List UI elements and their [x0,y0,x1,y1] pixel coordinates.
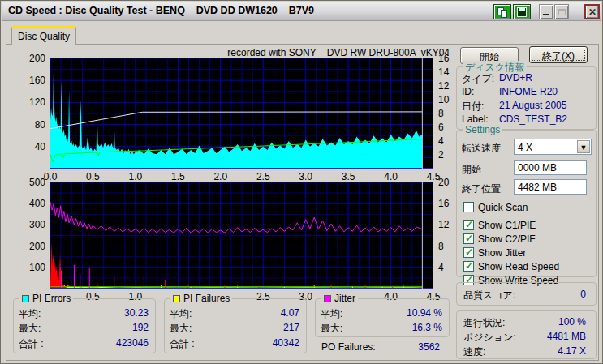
pi-errors-left-axis: 4080120160200 [18,58,47,169]
pi-errors-right-axis: 246810121416 [437,58,458,169]
progress-value: 100 % [558,316,586,328]
quality-score-box: 品質スコア: 0 [456,282,597,306]
jitter-swatch-icon [324,295,331,302]
close-icon: ✕ [588,6,597,18]
pi-failures-stats-box: PI Failures 平均:4.07 最大:217 合計 :40342 [164,298,307,353]
progress-box: 進行状況: 100 % ポジション: 4481 MB 速度: 4.17 X [456,310,597,359]
jitter-stats-box: Jitter 平均:10.94 % 最大:16.3 % [315,298,450,337]
close-button[interactable]: ✕ [584,4,600,19]
stat-row: 平均:30.23 [19,307,149,321]
copy-page-icon [501,10,507,18]
pi-errors-swatch-icon [22,295,29,302]
position-value: 4481 MB [547,331,586,342]
jitter-left-axis: 100200300400500 [18,182,47,289]
disc-id-value: INFOME R20 [499,86,558,97]
jitter-chart: 100200300400500 48121620 0.00.51.01.52.0… [18,182,460,316]
minimize-icon [543,14,549,15]
start-position-field[interactable]: 0000 MB [514,160,587,175]
copy-icon[interactable] [493,4,511,19]
stat-row: 平均:10.94 % [321,307,442,321]
app-window: CD Speed : Disc Quality Test - BENQ DVD … [0,0,603,364]
stat-row: 最大:217 [170,322,299,336]
pi-errors-plot [50,58,433,169]
speed-select[interactable]: 4 X ▼ [514,139,592,155]
disc-type-value: DVD+R [499,72,532,84]
checkbox-show-c1-pie[interactable]: Show C1/PIE [463,220,536,231]
maximize-icon [558,9,566,15]
disc-date-value: 21 August 2005 [499,100,566,111]
pi-errors-stats-box: PI Errors 平均:30.23 最大:192 合計 :423046 [13,298,156,353]
stat-row: 平均:4.07 [170,307,299,321]
stat-row: 最大:192 [19,322,149,336]
checkbox-show-jitter[interactable]: Show Jitter [463,247,526,259]
maximize-button[interactable] [554,4,569,19]
stat-row: 合計 :423046 [19,337,149,351]
title-bar[interactable]: CD Speed : Disc Quality Test - BENQ DVD … [2,2,601,21]
disc-quality-pane: recorded with SONY DVD RW DRU-800A vKY04… [6,44,599,361]
stat-row: 合計 :40342 [170,337,299,351]
pi-failures-stats-title: PI Failures [170,293,232,304]
checkbox-icon[interactable] [463,220,474,230]
floppy-icon [517,7,527,17]
tab-disc-quality[interactable]: Disc Quality [11,26,76,45]
disc-info-group: ディスク情報 タイプ: DVD+R ID: INFOME R20 日付: 21 … [456,66,597,130]
minimize-button[interactable] [539,4,553,19]
checkbox-quick-scan[interactable]: Quick Scan [463,202,528,213]
exit-button[interactable]: 終了(X) [529,46,588,63]
pi-errors-stats-title: PI Errors [19,293,73,304]
disc-label-value: CDS_TEST_B2 [499,113,567,125]
save-icon[interactable] [513,4,531,19]
speed-value: 4.17 X [558,345,586,357]
settings-group: Settings 転送速度 4 X ▼ 開始 0000 MB 終了位置 4482… [456,130,597,277]
checkbox-show-read-speed[interactable]: Show Read Speed [463,261,559,272]
jitter-plot [50,182,433,289]
checkbox-icon[interactable] [463,261,474,272]
jitter-stats-title: Jitter [321,293,358,304]
chevron-down-icon[interactable]: ▼ [577,140,590,153]
checkbox-icon[interactable] [463,202,474,212]
end-position-field[interactable]: 4482 MB [514,179,587,195]
po-failures-row: PO Failures:3562 [321,341,450,353]
checkbox-icon[interactable] [463,233,474,244]
pi-errors-chart: 4080120160200 246810121416 0.00.51.01.52… [18,58,460,196]
window-title: CD Speed : Disc Quality Test - BENQ DVD … [8,5,314,16]
jitter-right-axis: 48121620 [437,182,458,289]
quality-score-value: 0 [580,289,586,300]
recorded-with-label: recorded with SONY DVD RW DRU-800A vKY04 [188,47,450,58]
settings-title: Settings [463,124,502,135]
checkbox-show-c2-pif[interactable]: Show C2/PIF [463,233,536,245]
stat-row: 最大:16.3 % [321,322,442,336]
pi-failures-swatch-icon [173,295,180,302]
checkbox-icon[interactable] [463,247,474,258]
